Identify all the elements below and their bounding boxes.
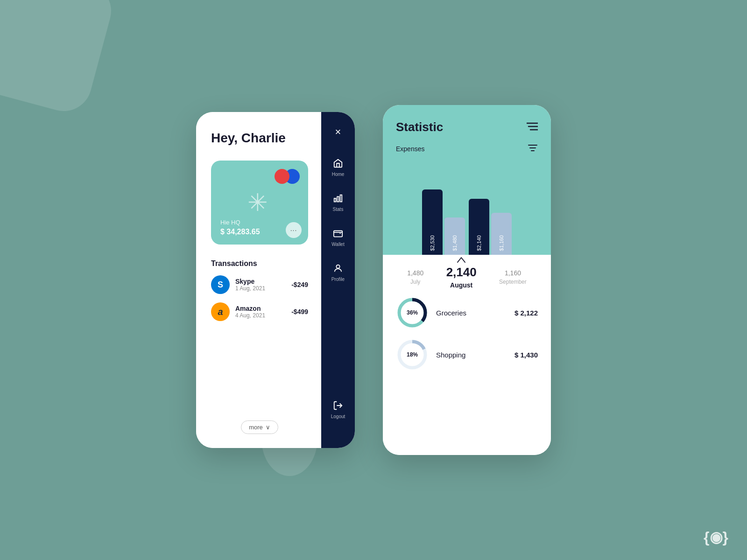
left-card: Hey, Charlie ✳ Hie HQ $ 34,283.65 ··· Tr… [196, 112, 355, 448]
svg-rect-1 [337, 196, 339, 202]
bar-chart: $2,530 $1,480 $2,140 $1,160 [396, 161, 538, 255]
month-august-name: August [450, 281, 472, 289]
svg-rect-0 [334, 198, 336, 202]
stats-icon [331, 192, 345, 205]
transaction-skype-amount: -$249 [291, 281, 308, 288]
right-card: Statistic Expenses [383, 105, 551, 455]
transaction-amazon-date: 4 Aug, 2021 [235, 312, 291, 319]
left-content: Hey, Charlie ✳ Hie HQ $ 34,283.65 ··· Tr… [196, 112, 321, 448]
sidebar-home-label: Home [332, 172, 345, 177]
month-selector: 1,480 July 2,140 August 1,160 September [383, 255, 551, 296]
card-balance: $ 34,283.65 [220, 228, 260, 236]
card-logo [275, 169, 300, 184]
card-snowflake-icon: ✳ [247, 189, 268, 217]
month-august-value: 2,140 [446, 265, 477, 280]
sidebar-profile-label: Profile [331, 277, 345, 282]
groceries-percent-label: 36% [407, 309, 418, 316]
cards-container: Hey, Charlie ✳ Hie HQ $ 34,283.65 ··· Tr… [196, 105, 551, 455]
transaction-skype: S Skype 1 Aug, 2021 -$249 [211, 275, 308, 294]
month-july[interactable]: 1,480 July [407, 269, 423, 285]
shopping-name: Shopping [436, 351, 507, 359]
sidebar-logout-label: Logout [331, 414, 345, 419]
month-september-name: September [499, 279, 527, 285]
filter-icon[interactable] [528, 144, 538, 154]
transaction-skype-details: Skype 1 Aug, 2021 [235, 278, 291, 292]
right-card-top: Statistic Expenses [383, 105, 551, 255]
groceries-donut: 36% [396, 296, 429, 329]
sidebar-stats-label: Stats [333, 207, 344, 212]
card-more-button[interactable]: ··· [286, 222, 302, 238]
profile-icon [331, 262, 345, 275]
chart-bar-july-dark: $2,530 [422, 189, 443, 255]
card-info: Hie HQ $ 34,283.65 [220, 219, 260, 236]
transaction-amazon-details: Amazon 4 Aug, 2021 [235, 305, 291, 319]
shopping-percent-label: 18% [407, 351, 418, 358]
chart-august-group: $2,140 $1,160 [469, 199, 512, 255]
chart-bar-july-light-label: $1,480 [452, 235, 458, 251]
svg-point-4 [336, 265, 339, 268]
more-button-label: more [249, 424, 263, 431]
chart-bar-august-light-label: $1,160 [499, 235, 504, 251]
expenses-header: Expenses [396, 144, 538, 154]
category-groceries: 36% Groceries $ 2,122 [396, 296, 538, 329]
chart-bar-july-dark-label: $2,530 [430, 235, 435, 251]
sidebar-item-profile[interactable]: Profile [331, 262, 345, 282]
category-shopping: 18% Shopping $ 1,430 [396, 338, 538, 371]
bg-decoration-topleft [0, 0, 117, 117]
chart-bar-august-dark: $2,140 [469, 199, 489, 255]
transaction-amazon: a Amazon 4 Aug, 2021 -$499 [211, 302, 308, 321]
sidebar-item-home[interactable]: Home [331, 157, 345, 177]
month-september-value: 1,160 [505, 269, 521, 277]
month-july-name: July [410, 279, 420, 285]
stat-header: Statistic [396, 120, 538, 134]
right-card-bottom: 36% Groceries $ 2,122 18% Shopping $ 1,4… [383, 296, 551, 455]
transaction-skype-name: Skype [235, 278, 291, 285]
chevron-down-icon: ∨ [266, 424, 270, 431]
transaction-skype-date: 1 Aug, 2021 [235, 285, 291, 292]
home-icon [331, 157, 345, 170]
groceries-name: Groceries [436, 309, 507, 317]
chart-july-group: $2,530 $1,480 [422, 189, 465, 255]
hamburger-menu-icon[interactable] [527, 121, 538, 133]
expenses-label: Expenses [396, 145, 424, 153]
sidebar-wallet-label: Wallet [331, 242, 344, 247]
svg-rect-3 [334, 231, 342, 237]
greeting-text: Hey, Charlie [211, 131, 308, 146]
chart-bar-august-light: $1,160 [491, 213, 512, 255]
shopping-amount: $ 1,430 [514, 351, 538, 359]
more-button[interactable]: more ∨ [241, 420, 278, 434]
logout-icon [331, 399, 345, 412]
sidebar-item-stats[interactable]: Stats [331, 192, 345, 212]
transaction-amazon-name: Amazon [235, 305, 291, 312]
wallet-icon [331, 227, 345, 240]
groceries-amount: $ 2,122 [514, 309, 538, 317]
sidebar-item-logout[interactable]: Logout [331, 399, 345, 419]
transactions-title: Transactions [211, 259, 308, 268]
month-august[interactable]: 2,140 August [446, 265, 477, 289]
month-july-value: 1,480 [407, 269, 423, 277]
logo-mark: {◉} [704, 528, 728, 546]
chart-bar-july-light: $1,480 [444, 217, 465, 255]
amazon-icon: a [211, 302, 230, 321]
card-name: Hie HQ [220, 219, 260, 226]
skype-icon: S [211, 275, 230, 294]
sidebar-item-wallet[interactable]: Wallet [331, 227, 345, 247]
shopping-donut: 18% [396, 338, 429, 371]
transaction-amazon-amount: -$499 [291, 308, 308, 315]
bank-card: ✳ Hie HQ $ 34,283.65 ··· [211, 161, 308, 245]
chart-bar-august-dark-label: $2,140 [476, 235, 482, 251]
svg-rect-2 [340, 195, 342, 202]
sidebar: × Home Stats [321, 112, 355, 448]
close-button[interactable]: × [335, 126, 341, 138]
stat-title: Statistic [396, 120, 443, 134]
month-september[interactable]: 1,160 September [499, 269, 527, 285]
card-circle-red [275, 169, 289, 184]
